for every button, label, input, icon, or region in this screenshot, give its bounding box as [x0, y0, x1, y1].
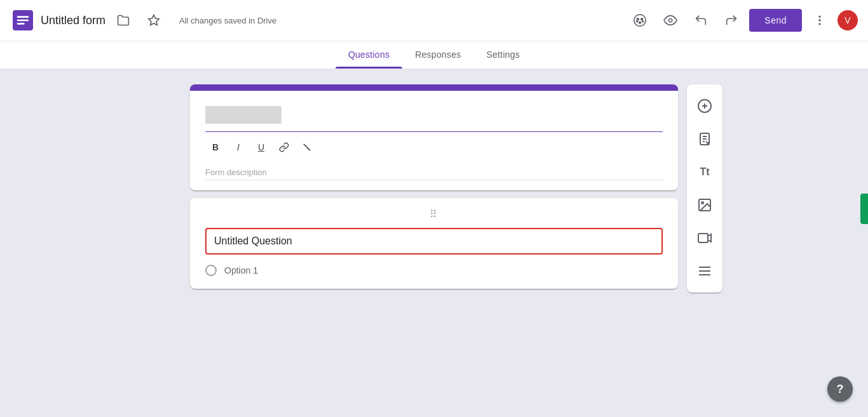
svg-rect-2 — [17, 20, 29, 22]
add-image-button[interactable] — [689, 190, 720, 220]
svg-point-14 — [818, 23, 820, 25]
bold-button[interactable]: B — [205, 137, 226, 157]
radio-option-1[interactable] — [205, 265, 217, 276]
svg-point-12 — [818, 16, 820, 18]
undo-button[interactable] — [688, 8, 714, 33]
redo-button[interactable] — [719, 8, 744, 33]
svg-marker-26 — [708, 234, 711, 242]
app-icon — [10, 8, 36, 33]
form-description-input[interactable]: Form description — [205, 162, 663, 180]
formatting-toolbar: B I U — [205, 137, 663, 157]
svg-point-7 — [641, 18, 643, 20]
autosave-status: All changes saved in Drive — [179, 16, 276, 25]
italic-button[interactable]: I — [228, 137, 248, 157]
svg-point-9 — [637, 21, 638, 22]
add-video-button[interactable] — [689, 223, 720, 253]
svg-point-24 — [702, 202, 703, 204]
svg-point-10 — [642, 21, 644, 22]
import-questions-button[interactable] — [689, 124, 720, 154]
user-avatar[interactable]: V — [837, 10, 858, 30]
svg-point-11 — [669, 18, 673, 22]
drag-handle: ⠿ — [205, 208, 663, 220]
tabs-bar: Questions Responses Settings — [0, 41, 868, 69]
link-button[interactable] — [274, 137, 294, 157]
svg-point-8 — [639, 22, 641, 23]
svg-marker-4 — [149, 15, 159, 25]
send-button[interactable]: Send — [749, 9, 802, 32]
form-header-card: B I U Form description — [190, 84, 678, 190]
option-row: Option 1 — [205, 265, 663, 276]
palette-button[interactable] — [627, 8, 653, 33]
app-header: Untitled form All changes saved in Drive — [0, 0, 868, 41]
tab-responses[interactable]: Responses — [402, 41, 473, 69]
side-toolbar: Tt — [687, 84, 722, 293]
form-title-area — [205, 106, 663, 132]
add-section-button[interactable] — [689, 256, 720, 286]
title-underline — [205, 131, 663, 132]
svg-rect-3 — [17, 23, 25, 25]
header-left: Untitled form All changes saved in Drive — [10, 8, 627, 33]
tab-settings[interactable]: Settings — [474, 41, 533, 69]
form-title: Untitled form — [41, 14, 105, 27]
more-options-button[interactable] — [807, 8, 832, 33]
svg-point-6 — [637, 18, 639, 20]
preview-button[interactable] — [658, 8, 683, 33]
add-title-button[interactable]: Tt — [689, 157, 720, 187]
help-button[interactable]: ? — [827, 376, 853, 402]
add-question-button[interactable] — [689, 91, 720, 121]
clear-format-button[interactable] — [297, 137, 317, 157]
form-title-placeholder — [205, 106, 281, 124]
star-button[interactable] — [141, 8, 166, 33]
main-content: B I U Form description — [0, 69, 868, 414]
svg-point-13 — [818, 19, 820, 21]
question-title-input[interactable] — [205, 228, 663, 255]
underline-button[interactable]: U — [251, 137, 271, 157]
folder-button[interactable] — [111, 8, 136, 33]
question-card: ⠿ Option 1 — [190, 198, 678, 289]
svg-point-5 — [634, 15, 646, 26]
header-right: Send V — [627, 8, 858, 33]
svg-rect-25 — [698, 234, 708, 242]
green-tab — [860, 194, 868, 224]
form-area: B I U Form description — [190, 84, 678, 399]
tab-questions[interactable]: Questions — [336, 41, 402, 69]
option-1-label: Option 1 — [224, 265, 258, 275]
svg-rect-1 — [17, 16, 29, 18]
